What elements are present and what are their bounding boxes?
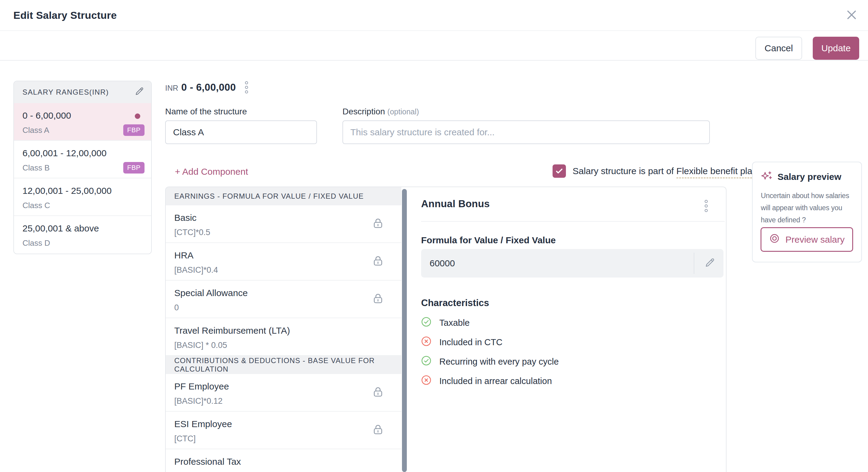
structure-range-header: INR 0 - 6,00,000 bbox=[165, 80, 249, 95]
structure-name-input[interactable] bbox=[165, 121, 317, 144]
edit-salary-structure-modal: Edit Salary Structure Cancel Update SALA… bbox=[0, 0, 868, 472]
component-row[interactable]: PF Employee[BASIC]*0.12 bbox=[166, 374, 401, 412]
formula-value: 60000 bbox=[430, 258, 455, 268]
lock-icon bbox=[372, 385, 384, 400]
lock-icon bbox=[372, 255, 384, 268]
component-name: Professional Tax bbox=[174, 457, 401, 467]
component-formula: 0 bbox=[174, 303, 401, 312]
cancel-button[interactable]: Cancel bbox=[755, 37, 802, 60]
salary-range-item-1[interactable]: 0 - 6,00,000Class AFBP bbox=[14, 103, 151, 141]
range-item-title: 0 - 6,00,000 bbox=[23, 110, 144, 121]
range-item-title: 12,00,001 - 25,00,000 bbox=[23, 186, 144, 196]
close-button[interactable] bbox=[843, 7, 860, 24]
characteristic-label: Included in CTC bbox=[439, 337, 502, 347]
salary-range-item-3[interactable]: 12,00,001 - 25,00,000Class C bbox=[14, 178, 151, 216]
fbp-badge: FBP bbox=[123, 124, 145, 136]
component-name: Special Allowance bbox=[174, 288, 401, 298]
component-formula: [BASIC] * 0.05 bbox=[174, 341, 401, 350]
fbp-plan-link[interactable]: Flexible benefit plan bbox=[676, 166, 757, 178]
component-row[interactable]: Travel Reimbursement (LTA)[BASIC] * 0.05 bbox=[166, 318, 401, 356]
component-row[interactable]: Professional Tax[CTC] bbox=[166, 449, 401, 472]
lock-icon bbox=[372, 423, 384, 437]
description-input[interactable] bbox=[342, 121, 710, 144]
lock-icon bbox=[372, 217, 384, 231]
component-formula: [CTC] bbox=[174, 434, 401, 443]
components-section-header: EARNINGS - FORMULA FOR VALUE / FIXED VAL… bbox=[166, 187, 401, 205]
component-detail-panel: Annual Bonus Formula for Value / Fixed V… bbox=[408, 187, 726, 472]
currency-label: INR bbox=[165, 84, 178, 93]
component-name: PF Employee bbox=[174, 381, 401, 392]
component-name: Travel Reimbursement (LTA) bbox=[174, 326, 401, 336]
check-circle-icon bbox=[421, 317, 431, 329]
component-kebab-menu-icon[interactable] bbox=[704, 199, 709, 213]
range-item-class: Class D bbox=[23, 238, 144, 248]
range-kebab-menu-icon[interactable] bbox=[244, 80, 249, 95]
range-item-title: 25,00,001 & above bbox=[23, 223, 144, 234]
fbp-checkbox-row: Salary structure is part of Flexible ben… bbox=[553, 164, 757, 178]
characteristics-list: TaxableIncluded in CTCRecurring with eve… bbox=[421, 317, 559, 386]
salary-preview-card: Salary preview Uncertain about how salar… bbox=[752, 162, 862, 262]
formula-section-label: Formula for Value / Fixed Value bbox=[421, 235, 556, 245]
components-list: EARNINGS - FORMULA FOR VALUE / FIXED VAL… bbox=[166, 187, 408, 472]
salary-range-item-4[interactable]: 25,00,001 & aboveClass D bbox=[14, 216, 151, 254]
description-field-label: Description (optional) bbox=[342, 107, 419, 116]
characteristics-label: Characteristics bbox=[421, 298, 489, 308]
components-scrollbar[interactable] bbox=[402, 189, 407, 472]
range-title: 0 - 6,00,000 bbox=[181, 81, 236, 93]
salary-ranges-list: 0 - 6,00,000Class AFBP6,00,001 - 12,00,0… bbox=[14, 103, 151, 254]
active-dot bbox=[135, 113, 140, 119]
components-section-header: CONTRIBUTIONS & DEDUCTIONS - BASE VALUE … bbox=[166, 356, 401, 374]
characteristic-row: Included in arrear calculation bbox=[421, 376, 559, 386]
salary-preview-title: Salary preview bbox=[777, 172, 841, 182]
salary-ranges-title: SALARY RANGES(INR) bbox=[23, 88, 109, 97]
update-button[interactable]: Update bbox=[813, 37, 859, 60]
component-row[interactable]: Basic[CTC]*0.5 bbox=[166, 205, 401, 243]
eye-icon bbox=[769, 233, 780, 246]
characteristic-row: Included in CTC bbox=[421, 337, 559, 347]
modal-header: Edit Salary Structure bbox=[0, 0, 868, 31]
component-name: HRA bbox=[174, 250, 401, 261]
preview-salary-button[interactable]: Preview salary bbox=[761, 227, 853, 252]
name-field-label: Name of the structure bbox=[165, 107, 247, 116]
close-icon bbox=[845, 8, 858, 22]
salary-preview-text: Uncertain about how salaries will appear… bbox=[761, 190, 858, 226]
characteristic-row: Taxable bbox=[421, 317, 559, 328]
action-toolbar: Cancel Update bbox=[0, 31, 868, 61]
sparkle-icon bbox=[761, 170, 773, 183]
cross-circle-icon bbox=[421, 375, 431, 387]
edit-formula-icon[interactable] bbox=[704, 257, 716, 270]
component-row[interactable]: ESI Employee[CTC] bbox=[166, 412, 401, 449]
component-row[interactable]: HRA[BASIC]*0.4 bbox=[166, 243, 401, 280]
lock-icon bbox=[372, 292, 384, 306]
fbp-badge: FBP bbox=[123, 162, 145, 173]
divider bbox=[421, 221, 725, 222]
salary-ranges-panel: SALARY RANGES(INR) 0 - 6,00,000Class AFB… bbox=[13, 81, 152, 254]
formula-value-box: 60000 bbox=[421, 249, 723, 277]
component-row[interactable]: Special Allowance0 bbox=[166, 280, 401, 318]
component-formula: [BASIC]*0.12 bbox=[174, 397, 401, 406]
optional-hint: (optional) bbox=[388, 107, 419, 116]
check-icon bbox=[555, 167, 564, 176]
structure-editor-panel: EARNINGS - FORMULA FOR VALUE / FIXED VAL… bbox=[165, 187, 726, 472]
salary-ranges-header: SALARY RANGES(INR) bbox=[14, 81, 151, 103]
page-title: Edit Salary Structure bbox=[13, 9, 117, 21]
salary-range-item-2[interactable]: 6,00,001 - 12,00,000Class BFBP bbox=[14, 141, 151, 178]
component-formula: [CTC]*0.5 bbox=[174, 228, 401, 237]
edit-ranges-icon[interactable] bbox=[134, 86, 145, 98]
component-title: Annual Bonus bbox=[421, 198, 490, 210]
salary-preview-header: Salary preview bbox=[761, 170, 841, 183]
component-name: ESI Employee bbox=[174, 419, 401, 429]
range-item-title: 6,00,001 - 12,00,000 bbox=[23, 148, 144, 158]
fbp-checkbox[interactable] bbox=[553, 164, 566, 178]
cross-circle-icon bbox=[421, 336, 431, 348]
characteristic-label: Recurring with every pay cycle bbox=[439, 357, 559, 367]
component-formula: [BASIC]*0.4 bbox=[174, 265, 401, 275]
component-name: Basic bbox=[174, 213, 401, 223]
divider bbox=[694, 253, 694, 274]
check-circle-icon bbox=[421, 356, 431, 368]
add-component-link[interactable]: + Add Component bbox=[175, 167, 248, 177]
characteristic-label: Taxable bbox=[439, 318, 470, 328]
range-item-class: Class C bbox=[23, 201, 144, 210]
characteristic-label: Included in arrear calculation bbox=[439, 376, 552, 386]
fbp-checkbox-label: Salary structure is part of Flexible ben… bbox=[572, 166, 757, 176]
